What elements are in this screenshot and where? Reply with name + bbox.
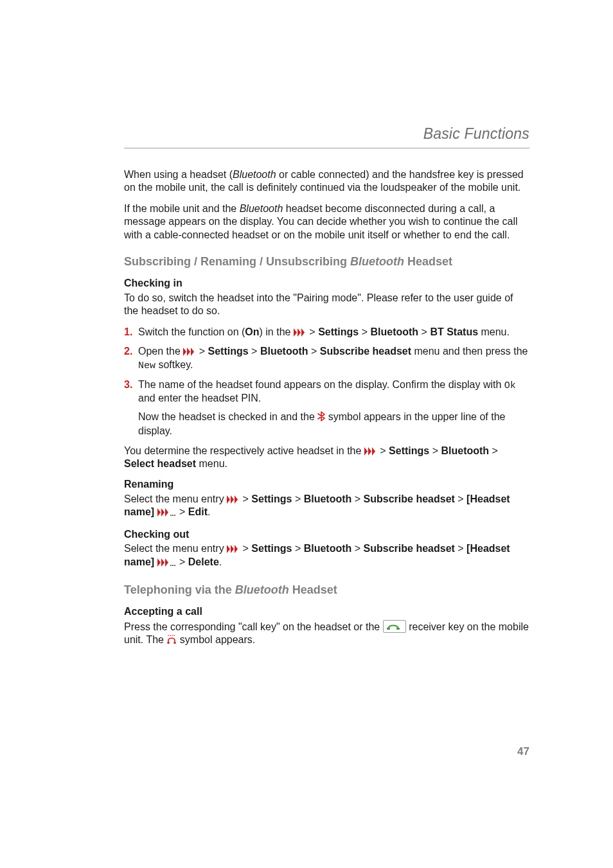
svg-marker-11 [235, 495, 238, 504]
content: When using a headset (Bluetooth or cable… [124, 168, 529, 657]
text-bold: Subscribe headset [364, 543, 455, 554]
svg-marker-3 [183, 348, 186, 356]
paragraph: When using a headset (Bluetooth or cable… [124, 168, 529, 195]
svg-marker-6 [364, 447, 368, 456]
paragraph: Press the corresponding "call key" on th… [124, 620, 529, 649]
page-number: 47 [517, 745, 529, 758]
header: Basic Functions [124, 125, 529, 154]
list-body: The name of the headset found appears on… [138, 378, 529, 438]
svg-point-17 [174, 515, 175, 516]
text-bold: Settings [389, 445, 429, 456]
text: > [292, 493, 303, 504]
svg-marker-8 [372, 447, 375, 456]
svg-marker-4 [187, 348, 190, 356]
text: > [351, 493, 363, 504]
text: > [177, 506, 188, 517]
text: > [249, 346, 260, 357]
menu-chevrons-more-icon [157, 557, 177, 570]
text: Headset [289, 583, 337, 596]
paragraph: Select the menu entry > Settings > Bluet… [124, 542, 529, 570]
text-bold: Delete [188, 556, 219, 567]
svg-point-26 [174, 565, 175, 566]
text-bold: Subscribe headset [320, 346, 411, 357]
list-body: Open the > Settings > Bluetooth > Subscr… [138, 345, 529, 372]
text: Headset [404, 255, 452, 268]
text-bold: Bluetooth [260, 346, 308, 357]
text-bold: Bluetooth [370, 326, 418, 337]
list-number: 2. [124, 345, 138, 372]
svg-marker-19 [231, 545, 234, 553]
text-bold: Settings [318, 326, 359, 337]
page-header-title: Basic Functions [124, 125, 529, 143]
text: > [292, 543, 303, 554]
svg-point-24 [170, 565, 172, 566]
receiver-key-icon [383, 620, 406, 633]
text: Select the menu entry [124, 493, 227, 504]
text: > [240, 543, 251, 554]
softkey-label: New [138, 360, 155, 371]
text-bold: Settings [251, 543, 292, 554]
text: > [489, 445, 498, 456]
text: . [219, 556, 222, 567]
bluetooth-icon [317, 411, 325, 425]
paragraph: You determine the respectively active he… [124, 445, 529, 471]
paragraph: Select the menu entry > Settings > Bluet… [124, 493, 529, 520]
text: Subscribing / Renaming / Unsubscribing [124, 255, 350, 268]
section-heading: Subscribing / Renaming / Unsubscribing B… [124, 254, 529, 269]
menu-chevrons-more-icon [157, 507, 177, 520]
svg-marker-13 [161, 508, 164, 517]
text-bold: Subscribe headset [364, 493, 455, 504]
header-rule [124, 148, 529, 148]
svg-rect-29 [168, 642, 170, 644]
svg-marker-12 [157, 508, 161, 517]
subheading-accepting-call: Accepting a call [124, 605, 529, 618]
text: menu. [196, 458, 227, 469]
headset-icon [166, 635, 177, 648]
text: > [377, 445, 389, 456]
paragraph: If the mobile unit and the Bluetooth hea… [124, 202, 529, 242]
ordered-list: 1. Switch the function on (On) in the > … [124, 326, 529, 438]
text: > [196, 346, 208, 357]
menu-chevrons-icon [183, 348, 196, 356]
svg-point-15 [170, 515, 172, 516]
menu-chevrons-icon [227, 495, 240, 504]
text: softkey. [155, 359, 193, 370]
text-bold: Settings [208, 346, 249, 357]
svg-rect-27 [387, 628, 390, 630]
text-bold: Bluetooth [441, 445, 489, 456]
softkey-label: Ok [504, 380, 516, 391]
list-number: 3. [124, 378, 138, 438]
text-italic: Bluetooth [350, 255, 404, 268]
text: menu. [478, 326, 510, 337]
text: > [240, 493, 251, 504]
text-bold: Bluetooth [304, 543, 352, 554]
text: > [351, 543, 363, 554]
text: Telephoning via the [124, 583, 235, 596]
text-bold: On [245, 326, 259, 337]
text: The name of the headset found appears on… [138, 379, 504, 390]
svg-marker-5 [191, 348, 194, 356]
subheading-checking-out: Checking out [124, 528, 529, 541]
text: When using a headset ( [124, 169, 233, 180]
text: and enter the headset PIN. [138, 393, 261, 403]
text: > [455, 493, 466, 504]
svg-marker-14 [165, 508, 168, 517]
svg-marker-9 [227, 495, 230, 504]
svg-point-16 [172, 515, 173, 516]
text: > [429, 445, 441, 456]
text: Switch the function on ( [138, 326, 245, 337]
text-bold: Settings [251, 493, 292, 504]
menu-chevrons-icon [227, 545, 240, 553]
text: Select the menu entry [124, 543, 227, 554]
paragraph: To do so, switch the headset into the "P… [124, 292, 529, 318]
text-italic: Bluetooth [235, 583, 289, 596]
text-bold: Select headset [124, 458, 196, 469]
text: . [208, 506, 210, 517]
text-italic: Bluetooth [240, 203, 283, 214]
text: menu and then press the [411, 346, 528, 357]
svg-marker-2 [301, 328, 305, 337]
svg-marker-18 [227, 545, 230, 553]
menu-chevrons-icon [294, 328, 306, 337]
list-body: Switch the function on (On) in the > Set… [138, 326, 529, 339]
text-bold: Bluetooth [304, 493, 352, 504]
